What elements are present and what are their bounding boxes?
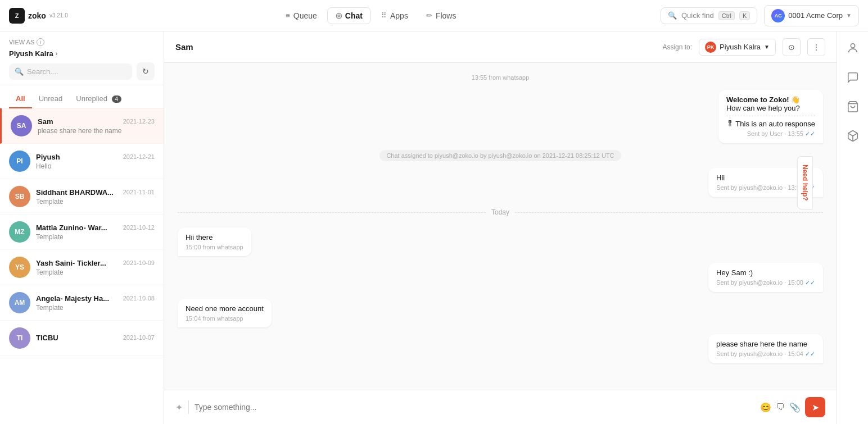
nav-apps[interactable]: ⠿ Apps — [373, 8, 416, 24]
chat-name: Angela- Majesty Ha... — [36, 294, 109, 303]
chat-date: 2021-10-12 — [123, 224, 155, 231]
chat-preview: Template — [36, 304, 155, 312]
logo-name: zoko — [28, 11, 46, 20]
right-sidebar — [837, 31, 868, 424]
search-row: 🔍 Search.... ↻ — [9, 62, 155, 80]
chat-item-yash[interactable]: YS Yash Saini- Tickler... 2021-10-09 Tem… — [0, 250, 164, 285]
sidebar-header: VIEW AS i Piyush Kalra › 🔍 Search.... ↻ — [0, 31, 164, 85]
magnify-icon: ⊙ — [788, 43, 795, 52]
chat-info: TICBU 2021-10-07 — [36, 334, 155, 343]
chat-avatar: SB — [9, 186, 30, 207]
logo-version: v3.21.0 — [49, 12, 68, 19]
right-chat-icon[interactable] — [843, 67, 863, 88]
chat-circle-icon: ◎ — [336, 11, 342, 20]
svg-point-0 — [851, 44, 855, 48]
message-time-from: 13:55 from whatsapp — [178, 74, 823, 81]
nav-queue[interactable]: ≡ Queue — [278, 8, 325, 24]
nav-flows[interactable]: ✏ Flows — [418, 8, 464, 24]
chat-preview: please share here the name — [38, 127, 155, 135]
view-as-label: VIEW AS i — [9, 38, 155, 46]
message-need-account-meta: 15:04 from whatsapp — [186, 315, 264, 322]
assignee-name: Piyush Kalra — [720, 43, 761, 51]
right-box-icon[interactable] — [843, 126, 863, 146]
unreplied-count: 4 — [112, 95, 122, 103]
today-label: Today — [491, 208, 509, 216]
chat-item-ticbu[interactable]: TI TICBU 2021-10-07 — [0, 321, 164, 356]
attachment-icon[interactable]: 📎 — [789, 402, 801, 413]
filter-tab-all[interactable]: All — [9, 90, 32, 108]
more-options-button[interactable]: ⋮ — [807, 38, 825, 56]
chat-avatar: MZ — [9, 221, 30, 243]
chat-date: 2021-12-21 — [123, 153, 155, 160]
main-layout: VIEW AS i Piyush Kalra › 🔍 Search.... ↻ … — [0, 31, 868, 424]
assignee-avatar: PK — [705, 42, 716, 53]
chevron-right-icon: › — [56, 51, 57, 57]
today-divider: Today — [178, 208, 823, 216]
sidebar: VIEW AS i Piyush Kalra › 🔍 Search.... ↻ … — [0, 31, 164, 424]
search-box[interactable]: 🔍 Search.... — [9, 63, 132, 80]
chat-name: Piyush — [36, 153, 60, 161]
chat-name-row: Yash Saini- Tickler... 2021-10-09 — [36, 259, 155, 267]
chat-list: SA Sam 2021-12-23 please share here the … — [0, 108, 164, 424]
quick-find-button[interactable]: 🔍 Quick find Ctrl K — [661, 7, 757, 24]
search-icon: 🔍 — [15, 67, 24, 76]
send-button[interactable]: ➤ — [805, 397, 825, 417]
chat-info: Mattia Zunino- War... 2021-10-12 Templat… — [36, 224, 155, 241]
search-in-chat-button[interactable]: ⊙ — [783, 38, 801, 56]
read-receipt-icon: ✓✓ — [805, 350, 815, 357]
chat-main: Sam Assign to: PK Piyush Kalra ▼ ⊙ ⋮ 13:… — [164, 31, 837, 424]
chat-input[interactable] — [195, 403, 754, 412]
welcome-subtext: How can we help you? — [726, 104, 815, 112]
chat-item-siddhant[interactable]: SB Siddhant BHARDWA... 2021-11-01 Templa… — [0, 179, 164, 215]
input-divider — [188, 400, 189, 414]
chat-item-sam[interactable]: SA Sam 2021-12-23 please share here the … — [0, 108, 164, 144]
right-profile-icon[interactable] — [843, 38, 863, 58]
read-receipt-icon: ✓✓ — [805, 130, 815, 137]
auto-response-text: 🎖 This is an auto response — [726, 120, 815, 128]
message-hey-sam: Hey Sam :) Sent by piyush@zoko.io · 15:0… — [708, 263, 823, 292]
message-share-name: please share here the name Sent by piyus… — [708, 334, 823, 363]
chat-item-angela[interactable]: AM Angela- Majesty Ha... 2021-10-08 Temp… — [0, 285, 164, 321]
system-message: Chat assigned to piyush@zoko.io by piyus… — [379, 150, 621, 161]
right-shopping-icon[interactable] — [843, 97, 863, 117]
chat-input-area: ✦ 😊 🗨 📎 ➤ — [164, 390, 837, 424]
account-button[interactable]: AC 0001 Acme Corp ▼ — [764, 5, 859, 26]
chat-name-row: Sam 2021-12-23 — [38, 117, 155, 126]
filter-tab-unread[interactable]: Unread — [32, 90, 70, 108]
bubble-divider — [726, 116, 815, 116]
chat-name: Siddhant BHARDWA... — [36, 188, 114, 197]
divider-line-left — [178, 212, 486, 213]
logo-icon: Z — [9, 8, 25, 24]
chat-name: Mattia Zunino- War... — [36, 224, 107, 232]
emoji-icon[interactable]: 😊 — [760, 402, 771, 413]
queue-icon: ≡ — [286, 11, 290, 20]
view-as-name[interactable]: Piyush Kalra › — [9, 49, 155, 58]
ai-sparkle-icon[interactable]: ✦ — [175, 402, 183, 413]
send-icon: ➤ — [812, 402, 819, 413]
quick-find-label: Quick find — [681, 11, 714, 20]
chat-name: Yash Saini- Tickler... — [36, 259, 106, 267]
chat-avatar: TI — [9, 327, 30, 349]
nav-queue-label: Queue — [293, 11, 317, 20]
chat-info: Siddhant BHARDWA... 2021-11-01 Template — [36, 188, 155, 206]
welcome-text: Welcome to Zoko! 👋 — [726, 95, 815, 104]
flows-icon: ✏ — [426, 11, 432, 20]
nav-chat[interactable]: ◎ Chat — [327, 7, 371, 24]
chat-info: Sam 2021-12-23 please share here the nam… — [38, 117, 155, 135]
chat-item-piyush[interactable]: PI Piyush 2021-12-21 Hello — [0, 144, 164, 179]
refresh-button[interactable]: ↻ — [137, 62, 155, 80]
note-icon[interactable]: 🗨 — [776, 402, 785, 412]
filter-tab-unreplied[interactable]: Unreplied 4 — [69, 90, 128, 108]
read-receipt-icon: ✓✓ — [805, 279, 815, 286]
chat-item-mattia[interactable]: MZ Mattia Zunino- War... 2021-10-12 Temp… — [0, 215, 164, 250]
account-avatar: AC — [771, 9, 785, 22]
message-hii-there: Hii there 15:00 from whatsapp — [178, 227, 251, 256]
chat-name: TICBU — [36, 334, 58, 342]
need-help-tab[interactable]: Need help? — [797, 156, 813, 209]
account-label: 0001 Acme Corp — [788, 11, 843, 20]
assign-user-button[interactable]: PK Piyush Kalra ▼ — [699, 39, 776, 56]
apps-grid-icon: ⠿ — [381, 11, 387, 20]
search-placeholder: Search.... — [27, 67, 58, 76]
chat-name-row: Angela- Majesty Ha... 2021-10-08 — [36, 294, 155, 303]
chat-name-row: TICBU 2021-10-07 — [36, 334, 155, 342]
